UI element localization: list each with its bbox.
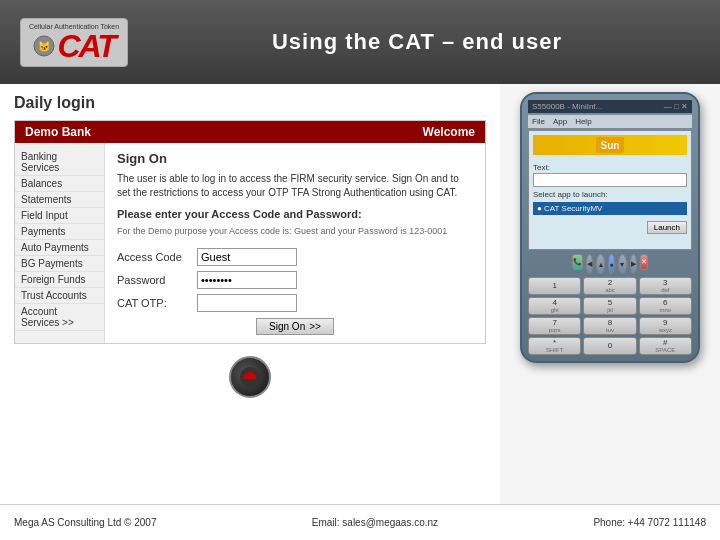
bank-content: Sign On The user is able to log in to ac… [105, 143, 485, 343]
footer-email-label: Email: [312, 517, 340, 528]
phone-menu-item[interactable]: File [532, 117, 545, 126]
phone-window-title: S55000B - MiniInf... [532, 102, 602, 111]
phone-numpad-button[interactable]: *SHIFT [528, 337, 581, 355]
phone-nav-center[interactable]: ● [608, 254, 614, 274]
phone-numpad-button[interactable]: 3def [639, 277, 692, 295]
phone-text-label: Text: [533, 163, 550, 172]
phone-numpad-button[interactable]: 8tuv [583, 317, 636, 335]
bank-header: Demo Bank Welcome [15, 121, 485, 143]
footer-phone: Phone: +44 7072 111148 [593, 517, 706, 528]
phone-end-button[interactable]: ✕ [640, 254, 648, 270]
phone-launch-button[interactable]: Launch [647, 221, 687, 234]
form-fields: Access CodePasswordCAT OTP: [117, 248, 473, 312]
phone-text-field-row: Text: [533, 159, 687, 187]
form-input-access-code[interactable] [197, 248, 297, 266]
phone-call-button[interactable]: 📞 [572, 254, 583, 270]
sign-on-desc: The user is able to log in to access the… [117, 172, 473, 200]
header: Cellular Authentication Token 🐱 CAT Usin… [0, 0, 720, 84]
phone-numpad-button[interactable]: 9wxyz [639, 317, 692, 335]
bank-nav-item[interactable]: Balances [15, 176, 104, 192]
logo-cat-text: CAT [57, 30, 114, 62]
phone-screen-brand: Sun [533, 135, 687, 155]
bank-nav-item[interactable]: Banking Services [15, 149, 104, 176]
bank-logo-icon [238, 365, 262, 389]
footer-phone-value: +44 7072 111148 [628, 517, 706, 528]
demo-note: For the Demo purpose your Access code is… [117, 226, 473, 238]
logo-box: Cellular Authentication Token 🐱 CAT [20, 18, 128, 67]
logo-area: Cellular Authentication Token 🐱 CAT [20, 18, 134, 67]
main-content: Daily login Demo Bank Welcome Banking Se… [0, 84, 720, 504]
page-title: Using the CAT – end user [134, 29, 700, 55]
sign-on-title: Sign On [117, 151, 473, 166]
bank-form-container: Demo Bank Welcome Banking ServicesBalanc… [14, 120, 486, 344]
bank-nav-item[interactable]: Trust Accounts [15, 288, 104, 304]
phone-nav-left[interactable]: ◀ [586, 254, 593, 274]
bank-nav-item[interactable]: Account Services >> [15, 304, 104, 331]
left-panel: Daily login Demo Bank Welcome Banking Se… [0, 84, 500, 504]
svg-text:Sun: Sun [601, 140, 620, 151]
sign-on-button[interactable]: Sign On >> [256, 318, 334, 335]
footer-email-value: sales@megaas.co.nz [342, 517, 438, 528]
phone-window-controls: — □ ✕ [664, 102, 688, 111]
svg-text:🐱: 🐱 [38, 40, 51, 53]
daily-login-title: Daily login [14, 94, 486, 112]
phone-list-label: Select app to launch: [533, 190, 687, 199]
phone-numpad-button[interactable]: 0 [583, 337, 636, 355]
phone-numpad-button[interactable]: #SPACE [639, 337, 692, 355]
bank-logo-circle [229, 356, 271, 398]
arrow-icon: >> [309, 321, 321, 332]
bank-nav: Banking ServicesBalancesStatementsField … [15, 143, 105, 343]
phone-nav-up[interactable]: ▲ [596, 254, 605, 274]
phone-nav-right[interactable]: ▶ [630, 254, 637, 274]
phone-mockup: S55000B - MiniInf... — □ ✕ FileAppHelp S… [520, 92, 700, 363]
phone-menu-item[interactable]: App [553, 117, 567, 126]
form-label: CAT OTP: [117, 297, 197, 309]
phone-numpad-button[interactable]: 4ghi [528, 297, 581, 315]
bank-welcome: Welcome [423, 125, 475, 139]
footer: Mega AS Consulting Ltd © 2007 Email: sal… [0, 504, 720, 540]
form-input-cat-otp[interactable] [197, 294, 297, 312]
sign-on-button-row: Sign On >> [117, 318, 473, 335]
phone-menu-bar: FileAppHelp [528, 115, 692, 128]
footer-company: Mega AS Consulting Ltd © 2007 [14, 517, 156, 528]
bank-nav-item[interactable]: Field Input [15, 208, 104, 224]
phone-numpad-button[interactable]: 2abc [583, 277, 636, 295]
sign-on-label: Sign On [269, 321, 305, 332]
phone-numpad-button[interactable]: 7pqrs [528, 317, 581, 335]
phone-numpad: 12abc3def4ghi5jkl6mno7pqrs8tuv9wxyz*SHIF… [528, 277, 692, 355]
form-input-password[interactable] [197, 271, 297, 289]
form-label: Password [117, 274, 197, 286]
form-row: Password [117, 271, 473, 289]
bank-nav-item[interactable]: Statements [15, 192, 104, 208]
phone-title-bar: S55000B - MiniInf... — □ ✕ [528, 100, 692, 113]
bank-name: Demo Bank [25, 125, 91, 139]
form-label: Access Code [117, 251, 197, 263]
sun-logo-icon: Sun [596, 137, 624, 153]
form-row: CAT OTP: [117, 294, 473, 312]
phone-list-item[interactable]: ● CAT SecurityMV [533, 202, 687, 215]
bank-nav-item[interactable]: Foreign Funds [15, 272, 104, 288]
phone-menu-item[interactable]: Help [575, 117, 591, 126]
footer-email: Email: sales@megaas.co.nz [312, 517, 438, 528]
bank-body: Banking ServicesBalancesStatementsField … [15, 143, 485, 343]
footer-phone-label: Phone: [593, 517, 625, 528]
bank-nav-item[interactable]: Auto Payments [15, 240, 104, 256]
bank-nav-item[interactable]: Payments [15, 224, 104, 240]
phone-nav-controls: 📞 ◀ ▲ ● ▼ ▶ ✕ [528, 254, 692, 274]
bank-nav-item[interactable]: BG Payments [15, 256, 104, 272]
form-row: Access Code [117, 248, 473, 266]
phone-numpad-button[interactable]: 1 [528, 277, 581, 295]
phone-screen: Sun Text: Select app to launch: ● CAT Se… [528, 130, 692, 250]
phone-nav-down[interactable]: ▼ [618, 254, 627, 274]
phone-numpad-button[interactable]: 6mno [639, 297, 692, 315]
cat-icon: 🐱 [33, 35, 55, 57]
phone-text-input[interactable] [533, 173, 687, 187]
right-panel: S55000B - MiniInf... — □ ✕ FileAppHelp S… [500, 84, 720, 504]
phone-numpad-button[interactable]: 5jkl [583, 297, 636, 315]
access-code-prompt: Please enter your Access Code and Passwo… [117, 208, 473, 220]
